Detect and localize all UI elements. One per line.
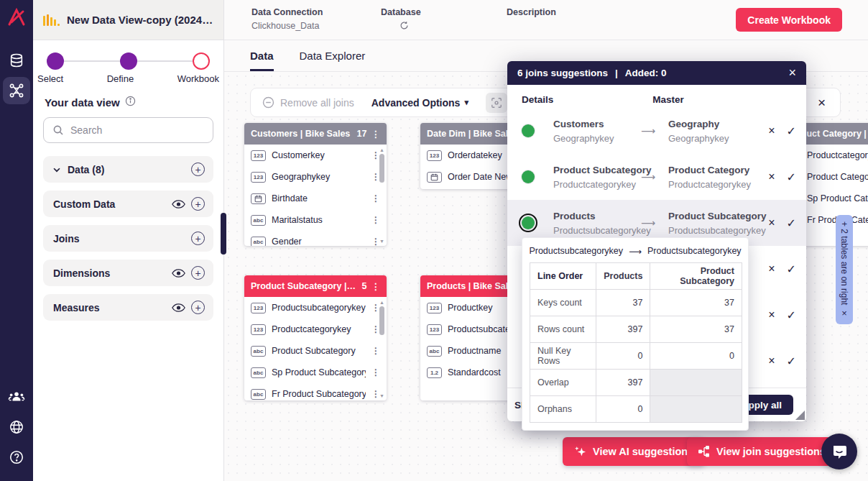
section-label: Custom Data — [53, 198, 166, 210]
stats-row: Null Key Rows 0 0 — [530, 343, 742, 370]
visibility-eye-icon[interactable] — [172, 268, 185, 278]
add-join-icon[interactable]: + — [191, 232, 205, 245]
visibility-eye-icon[interactable] — [172, 303, 185, 313]
tables-on-right-badge[interactable]: + 2 tables are on right × — [836, 215, 853, 324]
number-type-icon: 123 — [427, 324, 442, 335]
info-icon[interactable] — [125, 96, 136, 109]
data-model-nav-icon[interactable] — [3, 77, 30, 104]
stats-col-header: Product Subcategory — [650, 263, 742, 290]
sidebar-section-joins[interactable]: Joins + — [43, 225, 213, 252]
add-custom-data-icon[interactable]: + — [191, 197, 205, 211]
reject-join-icon[interactable]: × — [768, 216, 775, 230]
sidebar-section-data[interactable]: Data (8) + — [43, 156, 213, 183]
sidebar-search[interactable] — [43, 117, 213, 143]
kebab-menu-icon[interactable]: ⋮ — [371, 281, 381, 292]
join-arrow-icon: ⟶ — [641, 217, 668, 229]
table-card-header[interactable]: Product Subcategory | Bike Sales 5 ⋮ — [244, 275, 387, 297]
step-select-dot[interactable] — [47, 52, 64, 70]
table-title: Product Subcategory | Bike Sales — [251, 281, 358, 291]
field-row[interactable]: 123Productcategorykey⋮ — [244, 319, 387, 340]
stats-row: Overlap 397 — [530, 370, 742, 396]
accept-join-icon[interactable]: ✓ — [787, 170, 796, 184]
accept-join-icon[interactable]: ✓ — [787, 124, 796, 138]
reject-join-icon[interactable]: × — [768, 170, 775, 184]
sidebar-section-measures[interactable]: Measures + — [43, 294, 213, 321]
step-define-dot[interactable] — [120, 52, 137, 70]
join-status-dot[interactable] — [522, 170, 535, 183]
field-row[interactable]: 123Customerkey⋮ — [244, 145, 387, 166]
accept-join-icon[interactable]: ✓ — [787, 262, 796, 276]
accept-join-icon[interactable]: ✓ — [787, 216, 796, 230]
table-card-product-subcategory[interactable]: Product Subcategory | Bike Sales 5 ⋮ 123… — [244, 275, 387, 400]
dataview-header: New Data View-copy (2024… — [33, 0, 223, 40]
chat-widget-button[interactable] — [821, 434, 857, 469]
create-workbook-button[interactable]: Create Workbook — [736, 8, 842, 32]
close-icon[interactable]: × — [841, 308, 847, 319]
join-suggestion-row[interactable]: Product SubcategoryProductcategorykey ⟶ … — [507, 154, 806, 200]
close-icon[interactable]: × — [788, 65, 796, 81]
join-icon — [698, 446, 710, 457]
field-row[interactable]: Birthdate⋮ — [244, 188, 387, 209]
field-row[interactable]: abcProduct Subcategory⋮ — [244, 340, 387, 362]
card-scrollbar[interactable]: ▲▼ — [378, 147, 386, 244]
join-arrow-icon: ⟶ — [641, 125, 668, 137]
help-icon[interactable] — [3, 444, 30, 471]
sidebar-scrollbar-thumb[interactable] — [221, 213, 226, 255]
database-refresh-icon[interactable] — [381, 21, 421, 32]
field-row[interactable]: abcMaritalstatus⋮ — [244, 209, 387, 231]
remove-all-joins-button[interactable]: Remove all joins — [262, 96, 354, 109]
field-row[interactable]: abcGender⋮ — [244, 231, 387, 246]
stats-row: Orphans 0 — [530, 396, 742, 423]
field-row[interactable]: 123Productsubcategorykey⋮ — [244, 297, 387, 319]
connection-value: Clickhouse_Data — [251, 21, 323, 31]
join-suggestion-row[interactable]: CustomersGeographykey ⟶ GeographyGeograp… — [507, 108, 806, 154]
datasets-nav-icon[interactable] — [3, 47, 30, 74]
join-status-dot[interactable] — [522, 216, 535, 229]
visibility-eye-icon[interactable] — [172, 199, 185, 209]
globe-icon[interactable] — [3, 413, 30, 441]
field-row[interactable]: abcSp Product Subcategory⋮ — [244, 362, 387, 383]
join-arrow-icon: ⟶ — [641, 171, 668, 183]
text-type-icon: abc — [251, 215, 266, 226]
users-nav-icon[interactable] — [3, 383, 30, 411]
field-row[interactable]: abcFr Product Subcategory⋮ — [244, 383, 387, 400]
reject-join-icon[interactable]: × — [768, 262, 775, 276]
field-row[interactable]: 123Geographykey⋮ — [244, 166, 387, 188]
modal-added-count: Added: 0 — [625, 68, 667, 78]
step-workbook-dot[interactable] — [193, 52, 210, 70]
add-measure-icon[interactable]: + — [191, 301, 205, 314]
modal-title: 6 joins suggestions — [517, 68, 608, 78]
sidebar-section-custom-data[interactable]: Custom Data + — [43, 191, 213, 217]
number-type-icon: 123 — [251, 172, 266, 183]
add-dimension-icon[interactable]: + — [191, 266, 205, 280]
card-scrollbar[interactable]: ▲▼ — [378, 299, 386, 398]
tab-data-explorer[interactable]: Data Explorer — [300, 40, 366, 71]
number-type-icon: 123 — [251, 150, 266, 161]
tab-data[interactable]: Data — [250, 40, 274, 71]
stats-row: Keys count 37 37 — [530, 290, 742, 316]
table-title: Customers | Bike Sales — [251, 129, 353, 139]
wizard-stepper — [46, 52, 211, 70]
sidebar-section-dimensions[interactable]: Dimensions + — [43, 260, 213, 286]
close-join-mode-button[interactable]: × — [815, 95, 828, 111]
modal-header[interactable]: 6 joins suggestions | Added: 0 × — [507, 61, 806, 85]
advanced-options-dropdown[interactable]: Advanced Options▾ — [371, 97, 468, 109]
kebab-menu-icon[interactable]: ⋮ — [371, 129, 381, 139]
modal-resize-handle[interactable] — [795, 411, 805, 420]
table-card-customers[interactable]: Customers | Bike Sales 17 ⋮ 123Customerk… — [244, 123, 387, 246]
app-logo-icon[interactable] — [6, 6, 27, 31]
search-input[interactable] — [70, 124, 193, 136]
table-card-header[interactable]: Customers | Bike Sales 17 ⋮ — [244, 123, 387, 145]
add-data-icon[interactable]: + — [191, 162, 205, 176]
view-join-suggestions-button[interactable]: View join suggestions — [687, 437, 837, 466]
accept-join-icon[interactable]: ✓ — [787, 308, 796, 322]
accept-join-icon[interactable]: ✓ — [787, 354, 796, 368]
view-ai-suggestions-button[interactable]: View AI suggestions — [563, 437, 705, 466]
reject-join-icon[interactable]: × — [768, 124, 775, 138]
join-status-dot[interactable] — [522, 124, 535, 137]
reject-join-icon[interactable]: × — [768, 308, 775, 322]
fit-view-button[interactable] — [486, 93, 507, 113]
text-type-icon: abc — [427, 346, 442, 357]
section-label: Dimensions — [53, 267, 166, 279]
reject-join-icon[interactable]: × — [768, 354, 775, 368]
